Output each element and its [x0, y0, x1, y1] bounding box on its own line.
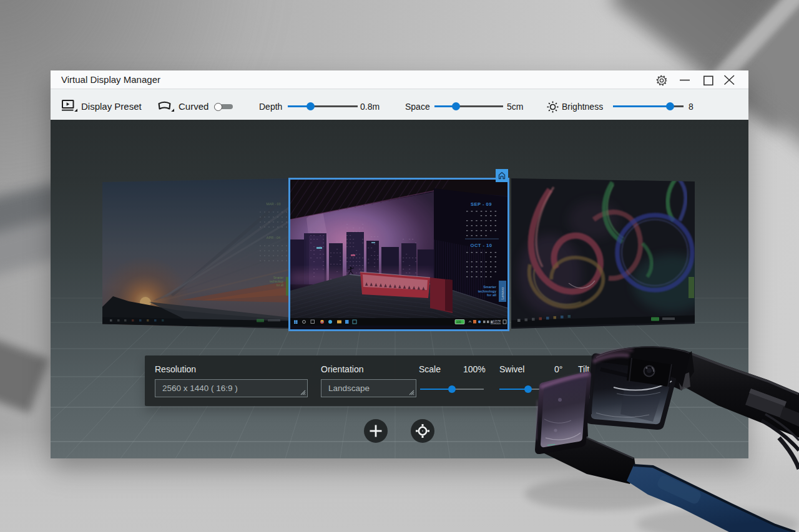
- svg-text:11/18/2020: 11/18/2020: [491, 322, 501, 325]
- svg-text:4:29 PM: 4:29 PM: [493, 320, 501, 322]
- svg-text:100: 100: [456, 321, 461, 324]
